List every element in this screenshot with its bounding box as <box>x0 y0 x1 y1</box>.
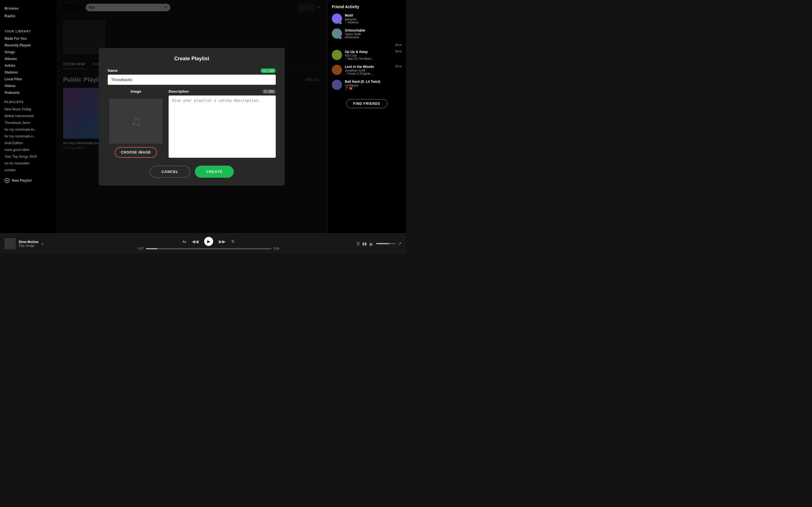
friend-source: ○ Frozen 2 (Original ... <box>345 72 393 75</box>
sidebar-playlist-new-music-friday[interactable]: New Music Friday <box>0 106 56 113</box>
friend-avatar <box>332 50 342 60</box>
friend-time: 19 m <box>395 50 402 53</box>
player-album-art <box>4 238 16 249</box>
friend-info: Lost in the Woods Jonathan Groff ○ Froze… <box>345 65 393 75</box>
image-description-row: Image ♫ CHOOSE IMAGE Description 0 / 300 <box>108 89 276 158</box>
sidebar-playlist-throwback[interactable]: Throwback Jams <box>0 119 56 126</box>
find-friends-button[interactable]: FIND FRIENDS <box>346 99 388 108</box>
friend-name: Up Up & Away <box>345 50 393 54</box>
image-placeholder: ♫ <box>109 99 163 144</box>
playlists-section-title: PLAYLISTS <box>0 96 56 106</box>
friend-source: 🎵 ❤️ <box>345 87 402 90</box>
modal-overlay: Create Playlist Name 10 / 100 Image <box>56 0 327 233</box>
friend-avatar <box>332 80 342 90</box>
sidebar-item-albums[interactable]: Albums <box>0 55 56 62</box>
plus-icon: + <box>4 178 10 183</box>
player-bar: Slow Motion Trey Songz + ⇆ ◀◀ ▶ ▶▶ ↻ 0:1… <box>0 233 406 253</box>
sidebar-item-artists[interactable]: Artists <box>0 62 56 69</box>
volume-bar[interactable] <box>376 243 396 244</box>
devices-button[interactable]: ▮▮ <box>362 241 367 246</box>
image-label: Image <box>131 89 141 94</box>
friend-track: Lil Wayne <box>345 83 402 87</box>
sidebar-playlist-no-nic[interactable]: no nic november <box>0 160 56 167</box>
playlist-name-input[interactable] <box>108 75 276 85</box>
friend-name: Untouchable <box>345 29 402 33</box>
progress-track[interactable] <box>146 248 271 249</box>
create-playlist-modal: Create Playlist Name 10 / 100 Image <box>99 48 285 186</box>
sidebar-item-videos[interactable]: Videos <box>0 82 56 89</box>
repeat-button[interactable]: ↻ <box>231 239 235 244</box>
friend-time: 23 m <box>395 65 402 68</box>
friend-item: Lost in the Woods Jonathan Groff ○ Froze… <box>332 65 402 75</box>
name-char-count: 10 / 100 <box>260 68 276 73</box>
player-track-name: Slow Motion <box>18 240 39 244</box>
queue-button[interactable]: ☰ <box>356 241 360 246</box>
shuffle-button[interactable]: ⇆ <box>183 239 186 244</box>
sidebar-item-recently-played[interactable]: Recently Played <box>0 42 56 49</box>
friend-name: Lost in the Woods <box>345 65 393 69</box>
fullscreen-button[interactable]: ↗ <box>398 241 402 246</box>
friend-item: 🔉 Motif paniyolo ○ hitotema <box>332 13 402 24</box>
time-total: 3:18 <box>274 247 279 250</box>
friend-info: Untouchable Taylor Swift wholesome <box>345 29 402 39</box>
sidebar-playlist-bethel[interactable]: Bethel Instrumental <box>0 113 56 119</box>
sidebar-item-songs[interactable]: Songs <box>0 49 56 55</box>
modal-actions: CANCEL CREATE <box>108 166 276 178</box>
friend-avatar <box>332 65 342 75</box>
volume-icon[interactable]: 🔈 <box>369 241 374 246</box>
previous-button[interactable]: ◀◀ <box>192 239 199 244</box>
progress-bar: 0:17 3:18 <box>138 247 279 250</box>
image-section: Image ♫ CHOOSE IMAGE <box>108 89 164 158</box>
play-pause-button[interactable]: ▶ <box>204 237 213 246</box>
player-track: Slow Motion Trey Songz + <box>4 238 66 249</box>
sidebar-playlist-top-songs[interactable]: Your Top Songs 2019 <box>0 153 56 160</box>
player-right-controls: ☰ ▮▮ 🔈 ↗ <box>351 241 402 246</box>
description-input[interactable] <box>168 96 276 158</box>
new-playlist-button[interactable]: + New Playlist <box>0 176 56 185</box>
friend-activity-title: Friend Activity <box>332 4 402 9</box>
sidebar-playlist-gold[interactable]: Gold Edition <box>0 140 56 147</box>
friend-track: Jonathan Groff <box>345 69 393 72</box>
modal-title: Create Playlist <box>108 56 276 62</box>
sidebar-item-made-for-you[interactable]: Made For You <box>0 35 56 42</box>
choose-image-button[interactable]: CHOOSE IMAGE <box>115 147 157 158</box>
player-track-info: Slow Motion Trey Songz <box>18 240 39 247</box>
sidebar: Browse Radio YOUR LIBRARY Made For You R… <box>0 0 56 233</box>
description-label: Description <box>168 89 189 94</box>
time-marker: 16 m <box>332 43 402 47</box>
friend-track: paniyolo <box>345 17 402 21</box>
friend-source: ○ hitotema <box>345 21 402 24</box>
sidebar-item-podcasts[interactable]: Podcasts <box>0 89 56 96</box>
friend-source: ○ Man On The Moon... <box>345 57 393 60</box>
next-button[interactable]: ▶▶ <box>219 239 225 244</box>
description-section: Description 0 / 300 <box>168 89 276 158</box>
time-current: 0:17 <box>138 247 144 250</box>
progress-fill <box>146 248 157 249</box>
sidebar-playlist-roommate-br[interactable]: for my roommate br... <box>0 126 56 133</box>
library-section-title: YOUR LIBRARY <box>0 25 56 35</box>
player-track-artist: Trey Songz <box>18 244 39 247</box>
sidebar-nav: Browse Radio <box>0 4 56 20</box>
friend-name: Motif <box>345 13 402 17</box>
sidebar-item-local-files[interactable]: Local Files <box>0 76 56 82</box>
sidebar-item-radio[interactable]: Radio <box>4 12 52 20</box>
sidebar-item-stations[interactable]: Stations <box>0 69 56 76</box>
sidebar-playlist-october[interactable]: october <box>0 167 56 173</box>
friend-item: 🔉 Untouchable Taylor Swift wholesome <box>332 29 402 39</box>
sidebar-playlist-good-vibes[interactable]: more good vibes <box>0 147 56 153</box>
friend-info: Up Up & Away Kid Cudi ○ Man On The Moon.… <box>345 50 393 60</box>
main-content: ‹ › ⚲ ✕ ▼ ••• OVERVIEW PUBLIC <box>56 0 327 233</box>
friend-avatar: 🔉 <box>332 29 342 39</box>
friend-source: wholesome <box>345 36 402 39</box>
sidebar-playlist-roommate-e[interactable]: for my roommate e... <box>0 133 56 140</box>
player-controls: ⇆ ◀◀ ▶ ▶▶ ↻ 0:17 3:18 <box>71 237 346 250</box>
right-panel: Friend Activity 🔉 Motif paniyolo ○ hitot… <box>327 0 406 233</box>
source-icon: ○ <box>345 21 347 24</box>
sidebar-item-browse[interactable]: Browse <box>4 4 52 12</box>
cancel-button[interactable]: CANCEL <box>150 166 190 178</box>
player-add-icon[interactable]: + <box>42 241 44 246</box>
description-char-count: 0 / 300 <box>262 89 276 94</box>
create-button[interactable]: CREATE <box>195 166 234 178</box>
friend-item: Ball Hard (ft. Lil Twist) Lil Wayne 🎵 ❤️ <box>332 80 402 90</box>
friend-name: Ball Hard (ft. Lil Twist) <box>345 80 402 83</box>
